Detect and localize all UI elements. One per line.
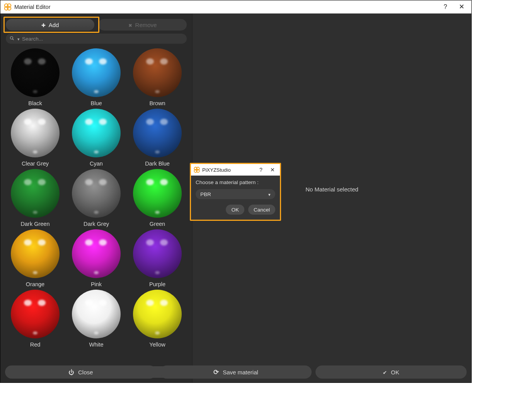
power-icon — [68, 369, 74, 376]
specular-highlight — [94, 211, 99, 214]
material-label: Green — [150, 221, 165, 227]
add-button[interactable]: Add — [6, 19, 94, 31]
material-item[interactable]: White — [67, 290, 126, 348]
material-sphere — [133, 109, 182, 157]
specular-highlight — [155, 90, 160, 93]
app-icon — [3, 3, 12, 11]
material-sphere — [72, 109, 121, 157]
close-label: Close — [78, 369, 93, 376]
material-sphere — [72, 290, 121, 338]
specular-highlight — [99, 58, 107, 65]
material-item[interactable]: Black — [6, 48, 65, 106]
search-input[interactable] — [22, 36, 183, 42]
specular-highlight — [85, 58, 93, 65]
left-panel: Add Remove BlackBlueBrownClear GreyCyanD… — [0, 14, 192, 382]
title-bar: Material Editor ? ✕ — [0, 0, 471, 14]
dialog-close-button[interactable]: ✕ — [267, 164, 278, 176]
material-label: Brown — [149, 100, 165, 106]
specular-highlight — [33, 331, 38, 335]
material-item[interactable]: Cyan — [67, 109, 126, 167]
specular-highlight — [99, 179, 107, 185]
material-item[interactable]: Dark Grey — [67, 169, 126, 227]
specular-highlight — [85, 179, 93, 185]
material-label: Cyan — [90, 160, 103, 167]
pattern-select[interactable]: PBR — [196, 189, 275, 199]
specular-highlight — [33, 211, 38, 214]
material-label: Dark Blue — [145, 160, 170, 167]
dialog-prompt: Choose a material pattern : — [196, 179, 275, 185]
specular-highlight — [94, 331, 99, 335]
material-item[interactable]: Orange — [6, 229, 65, 287]
material-sphere — [11, 109, 60, 157]
close-window-button[interactable]: ✕ — [454, 0, 470, 14]
specular-highlight — [99, 239, 107, 246]
help-button[interactable]: ? — [437, 0, 454, 14]
close-button[interactable]: Close — [5, 365, 156, 379]
dialog-ok-button[interactable]: OK — [226, 205, 244, 215]
specular-highlight — [146, 300, 154, 306]
specular-highlight — [99, 300, 107, 306]
material-pattern-dialog: PiXYZStudio ? ✕ Choose a material patter… — [190, 163, 281, 221]
material-item[interactable]: Dark Green — [6, 169, 65, 227]
specular-highlight — [155, 150, 160, 154]
remove-icon — [128, 22, 132, 28]
dialog-title-bar: PiXYZStudio ? ✕ — [191, 164, 280, 176]
material-label: Purple — [149, 281, 165, 287]
material-item[interactable]: Yellow — [128, 290, 187, 348]
specular-highlight — [160, 58, 168, 65]
material-label: Yellow — [149, 341, 165, 348]
material-sphere — [133, 229, 182, 278]
material-item[interactable]: Brown — [128, 48, 187, 106]
material-sphere — [11, 169, 60, 218]
specular-highlight — [24, 58, 32, 65]
material-item[interactable]: Green — [128, 169, 187, 227]
remove-button[interactable]: Remove — [98, 19, 187, 31]
material-sphere — [133, 290, 182, 338]
svg-point-4 — [10, 36, 13, 39]
material-grid: BlackBlueBrownClear GreyCyanDark BlueDar… — [6, 47, 187, 350]
dialog-cancel-button[interactable]: Cancel — [248, 205, 275, 215]
ok-button[interactable]: OK — [315, 365, 467, 379]
material-item[interactable]: Dark Blue — [128, 109, 187, 167]
specular-highlight — [94, 90, 99, 93]
material-sphere — [11, 229, 60, 278]
action-row: Add Remove — [6, 19, 187, 31]
dialog-app-icon — [193, 166, 200, 173]
search-bar[interactable] — [6, 34, 187, 44]
material-grid-container: BlackBlueBrownClear GreyCyanDark BlueDar… — [6, 47, 187, 363]
material-item[interactable]: Blue — [67, 48, 126, 106]
specular-highlight — [146, 58, 154, 65]
dialog-body: Choose a material pattern : PBR OK Cance… — [191, 176, 280, 219]
pattern-selected-value: PBR — [200, 191, 211, 197]
specular-highlight — [38, 58, 46, 65]
specular-highlight — [85, 119, 93, 125]
material-sphere — [72, 169, 121, 218]
dialog-title: PiXYZStudio — [202, 167, 231, 173]
specular-highlight — [160, 179, 168, 185]
material-item[interactable]: Clear Grey — [6, 109, 65, 167]
material-sphere — [11, 48, 60, 97]
save-material-button[interactable]: Save material — [160, 365, 311, 379]
material-label: Dark Grey — [84, 221, 109, 227]
specular-highlight — [33, 271, 38, 274]
material-sphere — [133, 169, 182, 218]
dialog-help-button[interactable]: ? — [255, 164, 267, 176]
material-item[interactable]: Purple — [128, 229, 187, 287]
specular-highlight — [160, 119, 168, 125]
search-filter-dropdown-icon[interactable] — [17, 36, 20, 42]
ok-label: OK — [391, 369, 399, 376]
specular-highlight — [24, 300, 32, 306]
add-label: Add — [49, 22, 59, 28]
save-label: Save material — [223, 369, 258, 376]
specular-highlight — [146, 239, 154, 246]
material-label: Pink — [91, 281, 102, 287]
specular-highlight — [38, 300, 46, 306]
material-item[interactable]: Red — [6, 290, 65, 348]
dialog-actions: OK Cancel — [196, 205, 275, 215]
material-label: Blue — [90, 100, 102, 106]
material-item[interactable]: Pink — [67, 229, 126, 287]
specular-highlight — [24, 119, 32, 125]
specular-highlight — [155, 331, 160, 335]
specular-highlight — [146, 179, 154, 185]
material-label: White — [89, 341, 103, 348]
